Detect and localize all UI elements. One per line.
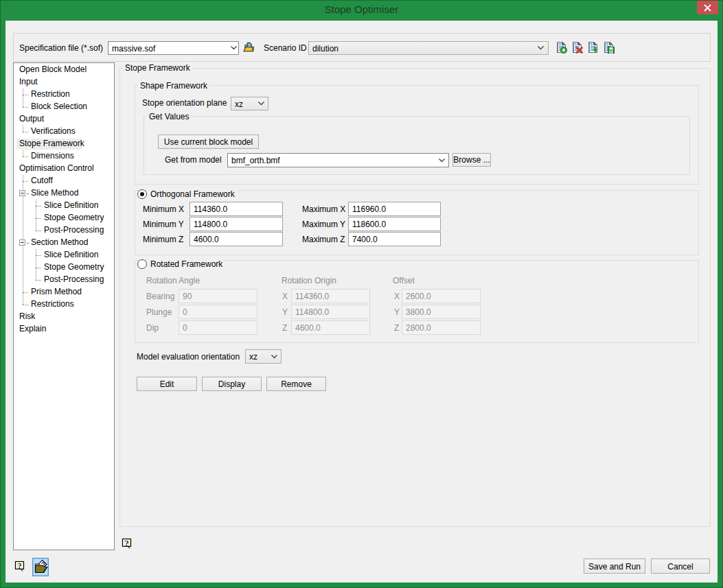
svg-text:?: ? — [17, 561, 22, 571]
svg-text:?: ? — [124, 538, 129, 548]
